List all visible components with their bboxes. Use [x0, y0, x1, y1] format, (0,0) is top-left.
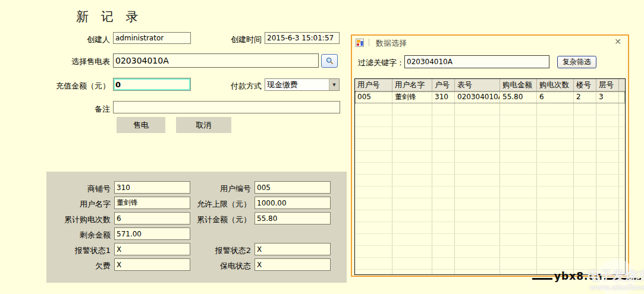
table-cell — [355, 186, 392, 198]
table-row — [355, 210, 625, 222]
table-cell — [574, 175, 596, 186]
detail-field-input[interactable] — [255, 243, 331, 255]
search-button[interactable] — [321, 54, 338, 68]
table-cell — [596, 103, 619, 115]
detail-field-row: 报警状态2 — [188, 243, 334, 258]
column-header[interactable]: 层号 — [596, 79, 619, 91]
detail-field-label: 商铺号 — [48, 184, 111, 194]
detail-field-input[interactable] — [114, 212, 190, 225]
payment-label: 付款方式 — [223, 81, 262, 91]
detail-field-row: 欠费 — [48, 258, 193, 274]
detail-field-row: 用户名字 — [48, 197, 193, 212]
detail-field-row: 累计金额（元） — [188, 212, 334, 227]
table-row — [355, 186, 625, 198]
table-cell — [392, 127, 432, 138]
table-cell — [574, 139, 596, 150]
table-cell — [537, 186, 574, 198]
amount-input[interactable] — [113, 78, 191, 91]
table-cell — [500, 186, 537, 198]
filter-keyword-input[interactable] — [404, 55, 549, 68]
column-header[interactable]: 购电金额 — [500, 79, 537, 91]
table-cell — [574, 151, 596, 162]
table-cell-filler — [619, 210, 625, 222]
watermark-elecfans-url: www.elecfans.com — [590, 283, 644, 292]
detail-field-row — [188, 227, 334, 243]
table-cell-filler — [619, 151, 625, 162]
column-header[interactable]: 用户名字 — [392, 79, 432, 91]
remark-input[interactable] — [113, 101, 340, 113]
remark-label: 备注 — [74, 104, 110, 115]
table-cell — [537, 258, 574, 269]
table-cell — [537, 139, 574, 150]
table-cell — [574, 115, 596, 127]
table-cell — [355, 210, 392, 222]
table-cell — [500, 163, 537, 174]
complex-filter-button[interactable]: 复杂筛选 — [557, 56, 596, 68]
table-cell-filler — [619, 91, 625, 103]
table-cell-filler — [619, 222, 625, 233]
table-cell-filler — [619, 127, 625, 138]
table-cell — [537, 151, 574, 162]
column-header[interactable]: 楼号 — [574, 79, 596, 91]
table-cell — [500, 222, 537, 233]
table-cell — [392, 234, 432, 245]
table-cell-filler — [619, 103, 625, 115]
user-detail-panel: 商铺号用户名字累计购电次数剩余金额报警状态1欠费 用户编号允许上限（元）累计金额… — [46, 172, 347, 283]
table-cell: 3 — [596, 91, 619, 103]
created-time-input[interactable] — [265, 32, 340, 44]
column-header[interactable]: 购电次数 — [537, 79, 574, 91]
detail-field-row: 用户编号 — [188, 181, 334, 197]
page-title: 新 记 录 — [76, 8, 142, 25]
table-cell — [432, 163, 455, 174]
new-record-screen: 新 记 录 创建人 创建时间 选择售电表 充值金额（元） 付款方式 现金缴费 ▼… — [0, 0, 644, 294]
table-cell — [455, 103, 500, 115]
close-icon[interactable]: ✕ — [614, 37, 621, 46]
detail-right-column: 用户编号允许上限（元）累计金额（元）报警状态2保电状态 — [188, 181, 334, 274]
table-cell: 董剑锋 — [392, 91, 432, 103]
detail-field-input[interactable] — [114, 243, 190, 255]
table-cell — [355, 163, 392, 174]
table-cell — [574, 234, 596, 245]
header-separator — [369, 39, 369, 46]
table-cell — [574, 103, 596, 115]
table-cell — [392, 151, 432, 162]
table-cell — [455, 163, 500, 174]
column-header[interactable]: 表号 — [455, 79, 500, 91]
detail-field-label: 剩余金额 — [48, 230, 111, 241]
table-row — [355, 103, 625, 115]
payment-combobox[interactable]: 现金缴费 ▼ — [265, 78, 340, 91]
table-cell — [596, 222, 619, 233]
table-cell — [537, 222, 574, 233]
meter-label: 选择售电表 — [51, 56, 110, 67]
sell-button[interactable]: 售电 — [117, 117, 165, 133]
detail-field-input[interactable] — [255, 212, 331, 225]
table-cell: 020304010A — [455, 91, 500, 103]
table-cell — [392, 258, 432, 269]
table-cell — [455, 198, 500, 210]
table-cell — [537, 210, 574, 222]
detail-field-input[interactable] — [114, 181, 190, 194]
creator-label: 创建人 — [62, 34, 110, 45]
detail-field-input[interactable] — [255, 197, 331, 209]
table-cell — [355, 175, 392, 186]
detail-field-input[interactable] — [255, 258, 331, 271]
detail-field-input[interactable] — [114, 227, 190, 240]
table-cell — [432, 270, 455, 275]
table-cell — [392, 198, 432, 210]
detail-field-row: 允许上限（元） — [188, 197, 334, 212]
column-header[interactable]: 用户号 — [355, 79, 392, 91]
table-cell — [500, 198, 537, 210]
table-row[interactable]: 005董剑锋310020304010A55.80623 — [355, 91, 625, 103]
detail-field-input[interactable] — [114, 258, 190, 271]
meter-input[interactable] — [113, 53, 319, 68]
table-cell-filler — [619, 163, 625, 174]
cancel-button[interactable]: 取消 — [176, 117, 231, 133]
table-cell — [432, 186, 455, 198]
detail-field-input[interactable] — [255, 181, 331, 194]
creator-input[interactable] — [113, 32, 191, 44]
detail-field-input[interactable] — [114, 197, 190, 209]
column-header[interactable]: 户号 — [432, 79, 455, 91]
table-cell — [392, 139, 432, 150]
table-cell — [596, 210, 619, 222]
table-cell — [596, 186, 619, 198]
